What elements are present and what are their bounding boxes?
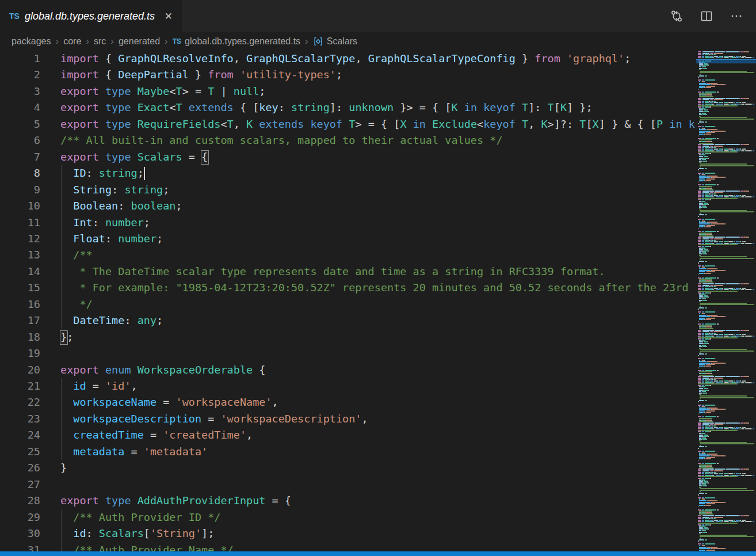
code-line[interactable]: export type Scalars = { (60, 149, 208, 165)
line-number[interactable]: 13 (0, 247, 40, 263)
line-number[interactable]: 25 (0, 444, 40, 460)
breadcrumb-item-generated[interactable]: generated (119, 36, 160, 47)
more-actions-icon[interactable] (730, 9, 743, 23)
line-number[interactable]: 24 (0, 427, 40, 443)
code-line[interactable]: */ (60, 296, 93, 313)
minimap-line (715, 51, 724, 52)
split-editor-icon[interactable] (700, 9, 713, 23)
line-number[interactable]: 4 (0, 100, 40, 116)
code-line[interactable]: /** All built-in and custom scalars, map… (60, 132, 503, 148)
code-line[interactable]: workspaceDescription = 'workspaceDescrip… (60, 411, 368, 427)
breadcrumb-item-global-db-types-generated-ts[interactable]: TSglobal.db.types.generated.ts (173, 36, 300, 47)
code-line[interactable]: id = 'id', (60, 378, 138, 394)
code-line[interactable]: } (60, 460, 67, 476)
minimap-line (698, 380, 701, 382)
minimap-line (702, 54, 704, 55)
code-line[interactable]: export type RequireFields<T, K extends k… (60, 116, 695, 132)
open-changes-icon[interactable] (670, 9, 684, 23)
minimap-line (716, 219, 716, 220)
code-line[interactable]: * For example: "1985-04-12T23:20:50.52Z"… (60, 280, 695, 296)
code-line[interactable]: Int: number; (60, 215, 150, 231)
minimap-line (702, 393, 702, 394)
minimap-line (720, 196, 723, 197)
line-number[interactable]: 9 (0, 182, 40, 198)
minimap-line (716, 54, 716, 55)
minimap-line (698, 148, 701, 150)
close-icon[interactable]: ✕ (162, 10, 175, 22)
line-number[interactable]: 18 (0, 329, 40, 345)
line-number[interactable]: 12 (0, 231, 40, 247)
minimap-line (705, 219, 715, 220)
line-number[interactable]: 7 (0, 149, 40, 165)
line-number[interactable]: 23 (0, 411, 40, 427)
line-number[interactable]: 8 (0, 165, 40, 181)
minimap-line (698, 451, 701, 452)
code-line[interactable]: import { DeepPartial } from 'utility-typ… (60, 67, 342, 83)
code-line[interactable]: metadata = 'metadata' (60, 444, 208, 460)
line-number[interactable]: 29 (0, 509, 40, 525)
line-number[interactable]: 3 (0, 83, 40, 100)
code-line[interactable]: workspaceName = 'workspaceName', (60, 394, 278, 410)
minimap[interactable] (698, 51, 754, 551)
code-token: workspaceDescription (73, 413, 201, 425)
line-number[interactable]: 10 (0, 198, 40, 214)
line-number[interactable]: 26 (0, 460, 40, 476)
code-line[interactable]: createdTime = 'createdTime', (60, 427, 253, 443)
code-token: = (144, 429, 163, 441)
minimap-line (700, 488, 747, 489)
code-line[interactable]: Boolean: boolean; (60, 198, 182, 214)
breadcrumb-item-src[interactable]: src (94, 36, 106, 47)
line-number[interactable]: 1 (0, 51, 40, 67)
code-line[interactable]: DateTime: any; (60, 313, 163, 329)
minimap-line (751, 57, 752, 58)
line-number[interactable]: 17 (0, 313, 40, 329)
line-number[interactable]: 22 (0, 394, 40, 410)
line-number[interactable]: 14 (0, 264, 40, 280)
code-line[interactable]: /** Auth Provider Name */ (60, 542, 234, 552)
code-line[interactable]: ID: string; (60, 165, 144, 181)
breadcrumb-item-core[interactable]: core (63, 36, 81, 47)
line-number[interactable]: 27 (0, 477, 40, 493)
code-line[interactable]: * The DateTime scalar type represents da… (60, 264, 605, 280)
minimap-line (705, 530, 706, 531)
code-token (131, 494, 138, 507)
minimap-line (704, 406, 705, 407)
line-number[interactable]: 15 (0, 280, 40, 296)
line-number[interactable]: 11 (0, 215, 40, 231)
code-line[interactable]: Float: number; (60, 231, 163, 247)
line-number[interactable]: 21 (0, 378, 40, 394)
code-line[interactable]: export type Exact<T extends { [key: stri… (60, 100, 593, 116)
breadcrumb-item-packages[interactable]: packages (12, 36, 51, 47)
code-line[interactable]: export enum WorkspaceOrderable { (60, 362, 265, 378)
minimap-line (699, 121, 704, 123)
minimap-line (708, 111, 709, 112)
code-line[interactable]: import { GraphQLResolveInfo, GraphQLScal… (60, 51, 631, 67)
line-number[interactable]: 31 (0, 542, 40, 552)
code-line[interactable]: /** (60, 247, 93, 263)
line-number[interactable]: 20 (0, 362, 40, 378)
line-number[interactable]: 2 (0, 67, 40, 83)
code-line[interactable]: id: Scalars['String']; (60, 525, 214, 542)
code-editor[interactable]: 1import { GraphQLResolveInfo, GraphQLSca… (0, 51, 695, 551)
editor-tab[interactable]: TS global.db.types.generated.ts ✕ (0, 0, 182, 32)
code-line[interactable]: export type Maybe<T> = T | null; (60, 83, 265, 100)
line-number[interactable]: 16 (0, 296, 40, 313)
code-line[interactable]: String: string; (60, 182, 169, 198)
minimap-line (704, 319, 705, 320)
code-line[interactable]: export type AddAuthProviderInput = { (60, 493, 291, 509)
minimap-line (707, 346, 707, 347)
line-number[interactable]: 6 (0, 132, 40, 148)
minimap-line (740, 422, 743, 424)
breadcrumb-item-scalars[interactable]: Scalars (313, 36, 357, 47)
minimap-line (711, 455, 712, 456)
line-number[interactable]: 30 (0, 525, 40, 542)
code-token: from (208, 68, 234, 81)
line-number[interactable]: 19 (0, 345, 40, 361)
minimap-line (715, 376, 724, 377)
code-token: , (246, 429, 253, 441)
line-number[interactable]: 28 (0, 493, 40, 509)
line-number[interactable]: 5 (0, 116, 40, 132)
code-token: : (124, 314, 137, 326)
minimap-line (709, 241, 713, 242)
code-line[interactable]: /** Auth Provider ID */ (60, 509, 220, 525)
